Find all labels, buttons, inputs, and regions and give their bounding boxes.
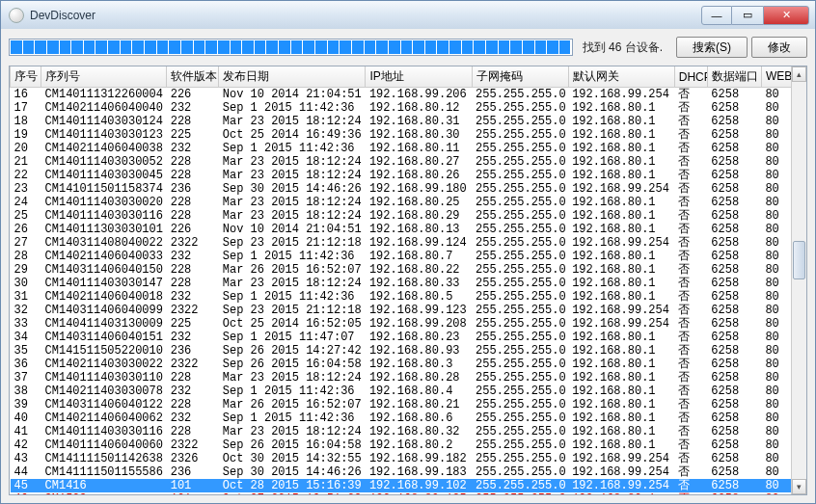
app-icon: [9, 8, 24, 23]
device-grid[interactable]: 序号序列号软件版本发布日期IP地址子网掩码默认网关DHCP数据端口WEB端口 1…: [9, 66, 807, 495]
cell-dport: 6258: [707, 101, 761, 115]
table-row[interactable]: 32CM1403114060400992322Sep 23 2015 21:12…: [11, 304, 806, 317]
cell-date: Oct 25 2014 16:49:36: [219, 128, 366, 142]
cell-no: 40: [11, 411, 41, 425]
cell-ip: 192.168.80.135: [366, 492, 472, 495]
cell-sn: CM140311406040122: [41, 398, 167, 411]
window-title: DevDiscover: [30, 9, 701, 22]
cell-dport: 6258: [707, 317, 761, 331]
table-row[interactable]: 18CM140111403030124228Mar 23 2015 18:12:…: [11, 115, 806, 128]
cell-ver: 228: [167, 115, 219, 128]
table-row[interactable]: 19CM140111403030123225Oct 25 2014 16:49:…: [11, 128, 806, 142]
cell-no: 27: [11, 236, 41, 250]
titlebar[interactable]: DevDiscover — ▭ ✕: [0, 0, 816, 29]
table-row[interactable]: 45CM1416101Oct 28 2015 15:16:39192.168.9…: [11, 479, 806, 492]
table-row[interactable]: 28CM140211406040033232Sep 1 2015 11:42:3…: [11, 250, 806, 263]
cell-mask: 255.255.255.0: [472, 196, 568, 209]
cell-gw: 192.168.80.1: [568, 277, 674, 290]
cell-dhcp: 否: [674, 155, 707, 169]
cell-ver: 101: [167, 479, 219, 492]
cell-mask: 255.255.255.0: [472, 479, 568, 492]
table-row[interactable]: 25CM140111403030116228Mar 23 2015 18:12:…: [11, 209, 806, 223]
table-row[interactable]: 42CM1401114060400602322Sep 26 2015 16:04…: [11, 438, 806, 452]
cell-date: Mar 23 2015 18:12:24: [219, 209, 366, 223]
cell-gw: 192.168.80.1: [568, 115, 674, 128]
cell-ip: 192.168.99.208: [366, 317, 472, 331]
cell-gw: 192.168.80.1: [568, 223, 674, 236]
cell-gw: 192.168.80.1: [568, 344, 674, 358]
cell-dport: 6258: [707, 492, 761, 495]
table-row[interactable]: 20CM140211406040038232Sep 1 2015 11:42:3…: [11, 142, 806, 155]
scroll-up-arrow[interactable]: ▴: [792, 66, 806, 82]
table-row[interactable]: 44CM141111501155586236Sep 30 2015 14:46:…: [11, 465, 806, 479]
cell-no: 26: [11, 223, 41, 236]
toolbar: 找到 46 台设备. 搜索(S) 修改: [9, 35, 807, 60]
table-row[interactable]: 29CM140311406040150228Mar 26 2015 16:52:…: [11, 263, 806, 277]
scroll-track[interactable]: [792, 82, 806, 479]
column-header[interactable]: 数据端口: [707, 66, 761, 88]
table-row[interactable]: 35CM141511505220010236Sep 26 2015 14:27:…: [11, 344, 806, 358]
cell-dport: 6258: [707, 277, 761, 290]
cell-mask: 255.255.255.0: [472, 290, 568, 304]
scroll-thumb[interactable]: [793, 241, 805, 279]
cell-ip: 192.168.80.25: [366, 196, 472, 209]
table-row[interactable]: 41CM140111403030116228Mar 23 2015 18:12:…: [11, 425, 806, 438]
close-button[interactable]: ✕: [763, 6, 809, 25]
cell-dport: 6258: [707, 88, 761, 102]
cell-ip: 192.168.80.30: [366, 128, 472, 142]
cell-gw: 192.168.99.254: [568, 317, 674, 331]
cell-dhcp: 否: [674, 101, 707, 115]
cell-gw: 192.168.99.254: [568, 304, 674, 317]
table-row[interactable]: 16CM140111312260004226Nov 10 2014 21:04:…: [11, 88, 806, 102]
cell-date: Nov 10 2014 21:04:51: [219, 223, 366, 236]
table-row[interactable]: 39CM140311406040122228Mar 26 2015 16:52:…: [11, 398, 806, 411]
scroll-down-arrow[interactable]: ▾: [792, 479, 806, 494]
table-row[interactable]: 24CM140111403030020228Mar 23 2015 18:12:…: [11, 196, 806, 209]
cell-sn: CM140111403030116: [41, 209, 167, 223]
cell-mask: 255.255.255.0: [472, 236, 568, 250]
table-row[interactable]: 43CM1411115011426382326Oct 30 2015 14:32…: [11, 452, 806, 465]
table-row[interactable]: 26CM140111303030101226Nov 10 2014 21:04:…: [11, 223, 806, 236]
table-row[interactable]: 36CM1402114030300222322Sep 26 2015 16:04…: [11, 358, 806, 371]
table-row[interactable]: 33CM140411403130009225Oct 25 2014 16:52:…: [11, 317, 806, 331]
minimize-button[interactable]: —: [701, 6, 732, 25]
cell-ver: 236: [167, 344, 219, 358]
table-row[interactable]: 37CM140111403030110228Mar 23 2015 18:12:…: [11, 371, 806, 385]
table-row[interactable]: 21CM140111403030052228Mar 23 2015 18:12:…: [11, 155, 806, 169]
column-header[interactable]: IP地址: [366, 66, 472, 88]
table-row[interactable]: 27CM1403114080400222322Sep 23 2015 21:12…: [11, 236, 806, 250]
table-row[interactable]: 38CM140211403030078232Sep 1 2015 11:42:3…: [11, 385, 806, 398]
column-header[interactable]: 序列号: [41, 66, 167, 88]
table-row[interactable]: 40CM140211406040062232Sep 1 2015 11:42:3…: [11, 411, 806, 425]
table-row[interactable]: 23CM141011501158374236Sep 30 2015 14:46:…: [11, 182, 806, 196]
maximize-button[interactable]: ▭: [732, 6, 763, 25]
table-row[interactable]: 34CM140311406040151232Sep 1 2015 11:47:0…: [11, 331, 806, 344]
cell-sn: CM140211406040018: [41, 290, 167, 304]
cell-date: Sep 1 2015 11:42:36: [219, 250, 366, 263]
table-row[interactable]: 30CM140111403030147228Mar 23 2015 18:12:…: [11, 277, 806, 290]
cell-dhcp: 否: [674, 385, 707, 398]
column-header[interactable]: 序号: [11, 66, 41, 88]
vertical-scrollbar[interactable]: ▴ ▾: [791, 66, 806, 494]
cell-date: Mar 23 2015 18:12:24: [219, 371, 366, 385]
column-header[interactable]: 发布日期: [219, 66, 366, 88]
cell-dhcp: 否: [674, 277, 707, 290]
search-button[interactable]: 搜索(S): [676, 37, 748, 58]
table-row[interactable]: 46CM1503101Oct 27 2015 16:51:29192.168.8…: [11, 492, 806, 495]
cell-sn: CM140111312260004: [41, 88, 167, 102]
cell-ip: 192.168.99.180: [366, 182, 472, 196]
cell-ip: 192.168.80.93: [366, 344, 472, 358]
table-row[interactable]: 17CM140211406040040232Sep 1 2015 11:42:3…: [11, 101, 806, 115]
column-header[interactable]: 子网掩码: [472, 66, 568, 88]
column-header[interactable]: DHCP: [674, 66, 707, 88]
column-header[interactable]: 软件版本: [167, 66, 219, 88]
cell-dhcp: 否: [674, 263, 707, 277]
cell-no: 19: [11, 128, 41, 142]
table-row[interactable]: 31CM140211406040018232Sep 1 2015 11:42:3…: [11, 290, 806, 304]
cell-mask: 255.255.255.0: [472, 358, 568, 371]
cell-dport: 6258: [707, 155, 761, 169]
cell-mask: 255.255.255.0: [472, 452, 568, 465]
modify-button[interactable]: 修改: [751, 37, 807, 58]
table-row[interactable]: 22CM140111403030045228Mar 23 2015 18:12:…: [11, 169, 806, 182]
column-header[interactable]: 默认网关: [568, 66, 674, 88]
